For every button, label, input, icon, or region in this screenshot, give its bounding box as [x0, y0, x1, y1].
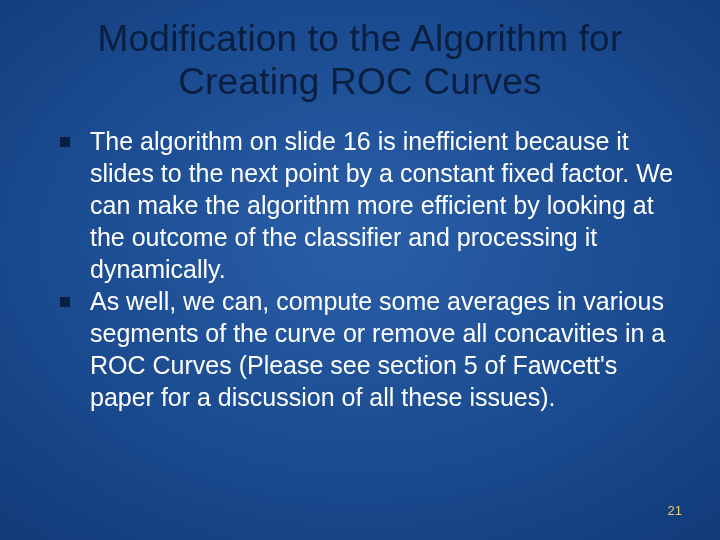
slide: Modification to the Algorithm for Creati… — [0, 0, 720, 540]
bullet-icon — [60, 297, 70, 307]
bullet-icon — [60, 137, 70, 147]
list-item: As well, we can, compute some averages i… — [60, 285, 680, 413]
slide-body: The algorithm on slide 16 is inefficient… — [30, 125, 690, 413]
bullet-text: The algorithm on slide 16 is inefficient… — [90, 125, 680, 285]
bullet-text: As well, we can, compute some averages i… — [90, 285, 680, 413]
slide-title: Modification to the Algorithm for Creati… — [30, 18, 690, 103]
page-number: 21 — [668, 503, 682, 518]
list-item: The algorithm on slide 16 is inefficient… — [60, 125, 680, 285]
